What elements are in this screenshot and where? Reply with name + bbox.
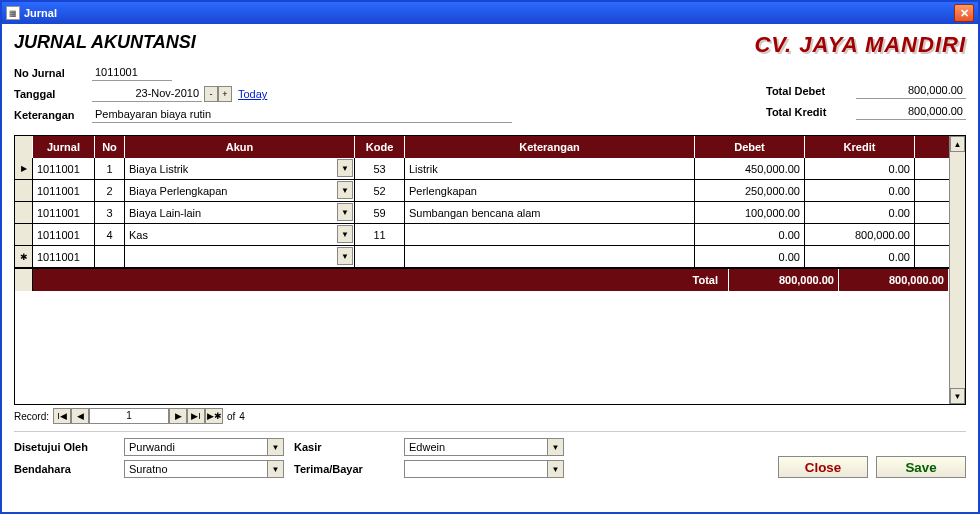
vertical-scrollbar[interactable]: ▲ ▼ bbox=[949, 136, 965, 404]
cell-debet[interactable]: 100,000.00 bbox=[695, 202, 805, 223]
window-title: Jurnal bbox=[24, 7, 954, 19]
journal-window: ▦ Jurnal ✕ JURNAL AKUNTANSI CV. JAYA MAN… bbox=[0, 0, 980, 514]
scroll-down-button[interactable]: ▼ bbox=[950, 388, 965, 404]
close-icon[interactable]: ✕ bbox=[954, 4, 974, 22]
total-debet-label: Total Debet bbox=[766, 85, 856, 97]
col-header-no[interactable]: No bbox=[95, 136, 125, 158]
cell-debet[interactable]: 0.00 bbox=[695, 224, 805, 245]
cell-keterangan[interactable] bbox=[405, 224, 695, 245]
cell-debet[interactable]: 450,000.00 bbox=[695, 158, 805, 179]
keterangan-field[interactable]: Pembayaran biaya rutin bbox=[92, 107, 512, 123]
cell-no[interactable]: 2 bbox=[95, 180, 125, 201]
table-row[interactable]: 10110012Biaya Perlengkapan▼52Perlengkapa… bbox=[15, 180, 949, 202]
journal-grid: Jurnal No Akun Kode Keterangan Debet Kre… bbox=[14, 135, 966, 405]
cell-kode[interactable] bbox=[355, 246, 405, 267]
cell-keterangan[interactable] bbox=[405, 246, 695, 267]
table-row[interactable]: 10110011Biaya Listrik▼53Listrik450,000.0… bbox=[15, 158, 949, 180]
cell-jurnal[interactable]: 1011001 bbox=[33, 202, 95, 223]
chevron-down-icon[interactable]: ▼ bbox=[267, 461, 283, 477]
terima-combo[interactable]: ▼ bbox=[404, 460, 564, 478]
bendahara-label: Bendahara bbox=[14, 463, 114, 475]
close-button[interactable]: Close bbox=[778, 456, 868, 478]
save-button[interactable]: Save bbox=[876, 456, 966, 478]
tanggal-field[interactable]: 23-Nov-2010 bbox=[92, 86, 202, 102]
cell-akun[interactable]: Biaya Listrik▼ bbox=[125, 158, 355, 179]
disetujui-combo[interactable]: Purwandi ▼ bbox=[124, 438, 284, 456]
kasir-label: Kasir bbox=[294, 441, 394, 453]
chevron-down-icon[interactable]: ▼ bbox=[337, 225, 353, 243]
disetujui-label: Disetujui Oleh bbox=[14, 441, 114, 453]
cell-keterangan[interactable]: Sumbangan bencana alam bbox=[405, 202, 695, 223]
table-row[interactable]: 1011001▼0.000.00 bbox=[15, 246, 949, 268]
cell-keterangan[interactable]: Listrik bbox=[405, 158, 695, 179]
nav-last-button[interactable]: ▶I bbox=[187, 408, 205, 424]
chevron-down-icon[interactable]: ▼ bbox=[337, 181, 353, 199]
cell-no[interactable]: 4 bbox=[95, 224, 125, 245]
cell-kredit[interactable]: 0.00 bbox=[805, 158, 915, 179]
total-kredit-value: 800,000.00 bbox=[856, 104, 966, 120]
bendahara-combo[interactable]: Suratno ▼ bbox=[124, 460, 284, 478]
col-header-kredit[interactable]: Kredit bbox=[805, 136, 915, 158]
cell-jurnal[interactable]: 1011001 bbox=[33, 246, 95, 267]
kasir-value: Edwein bbox=[409, 441, 445, 453]
terima-label: Terima/Bayar bbox=[294, 463, 394, 475]
cell-no[interactable]: 1 bbox=[95, 158, 125, 179]
nav-new-button[interactable]: ▶✱ bbox=[205, 408, 223, 424]
cell-kredit[interactable]: 800,000.00 bbox=[805, 224, 915, 245]
chevron-down-icon[interactable]: ▼ bbox=[547, 461, 563, 477]
grid-footer: Total 800,000.00 800,000.00 bbox=[15, 269, 949, 291]
nav-first-button[interactable]: I◀ bbox=[53, 408, 71, 424]
nav-position[interactable]: 1 bbox=[89, 408, 169, 424]
table-row[interactable]: 10110013Biaya Lain-lain▼59Sumbangan benc… bbox=[15, 202, 949, 224]
no-jurnal-label: No Jurnal bbox=[14, 67, 92, 79]
cell-jurnal[interactable]: 1011001 bbox=[33, 158, 95, 179]
col-header-keterangan[interactable]: Keterangan bbox=[405, 136, 695, 158]
grid-total-debet: 800,000.00 bbox=[729, 269, 839, 291]
chevron-down-icon[interactable]: ▼ bbox=[337, 247, 353, 265]
cell-akun[interactable]: Kas▼ bbox=[125, 224, 355, 245]
chevron-down-icon[interactable]: ▼ bbox=[547, 439, 563, 455]
col-header-debet[interactable]: Debet bbox=[695, 136, 805, 158]
table-row[interactable]: 10110014Kas▼110.00800,000.00 bbox=[15, 224, 949, 246]
cell-akun[interactable]: Biaya Perlengkapan▼ bbox=[125, 180, 355, 201]
date-minus-button[interactable]: - bbox=[204, 86, 218, 102]
chevron-down-icon[interactable]: ▼ bbox=[337, 203, 353, 221]
col-header-akun[interactable]: Akun bbox=[125, 136, 355, 158]
grid-header: Jurnal No Akun Kode Keterangan Debet Kre… bbox=[15, 136, 949, 158]
nav-next-button[interactable]: ▶ bbox=[169, 408, 187, 424]
cell-kredit[interactable]: 0.00 bbox=[805, 180, 915, 201]
cell-no[interactable] bbox=[95, 246, 125, 267]
cell-akun[interactable]: ▼ bbox=[125, 246, 355, 267]
today-link[interactable]: Today bbox=[238, 88, 267, 100]
col-header-kode[interactable]: Kode bbox=[355, 136, 405, 158]
cell-kredit[interactable]: 0.00 bbox=[805, 202, 915, 223]
tanggal-label: Tanggal bbox=[14, 88, 92, 100]
kasir-combo[interactable]: Edwein ▼ bbox=[404, 438, 564, 456]
cell-jurnal[interactable]: 1011001 bbox=[33, 224, 95, 245]
nav-label: Record: bbox=[14, 411, 49, 422]
row-marker bbox=[15, 224, 33, 245]
cell-akun[interactable]: Biaya Lain-lain▼ bbox=[125, 202, 355, 223]
cell-kode[interactable]: 59 bbox=[355, 202, 405, 223]
row-marker bbox=[15, 180, 33, 201]
company-name: CV. JAYA MANDIRI bbox=[754, 32, 966, 58]
date-plus-button[interactable]: + bbox=[218, 86, 232, 102]
window-icon: ▦ bbox=[6, 6, 20, 20]
cell-debet[interactable]: 0.00 bbox=[695, 246, 805, 267]
cell-kode[interactable]: 11 bbox=[355, 224, 405, 245]
scroll-up-button[interactable]: ▲ bbox=[950, 136, 965, 152]
cell-keterangan[interactable]: Perlengkapan bbox=[405, 180, 695, 201]
chevron-down-icon[interactable]: ▼ bbox=[337, 159, 353, 177]
cell-kode[interactable]: 52 bbox=[355, 180, 405, 201]
cell-kredit[interactable]: 0.00 bbox=[805, 246, 915, 267]
chevron-down-icon[interactable]: ▼ bbox=[267, 439, 283, 455]
nav-prev-button[interactable]: ◀ bbox=[71, 408, 89, 424]
cell-debet[interactable]: 250,000.00 bbox=[695, 180, 805, 201]
cell-no[interactable]: 3 bbox=[95, 202, 125, 223]
cell-kode[interactable]: 53 bbox=[355, 158, 405, 179]
col-header-jurnal[interactable]: Jurnal bbox=[33, 136, 95, 158]
cell-jurnal[interactable]: 1011001 bbox=[33, 180, 95, 201]
record-navigator: Record: I◀ ◀ 1 ▶ ▶I ▶✱ of 4 bbox=[14, 407, 966, 425]
total-kredit-label: Total Kredit bbox=[766, 106, 856, 118]
no-jurnal-field[interactable]: 1011001 bbox=[92, 65, 172, 81]
